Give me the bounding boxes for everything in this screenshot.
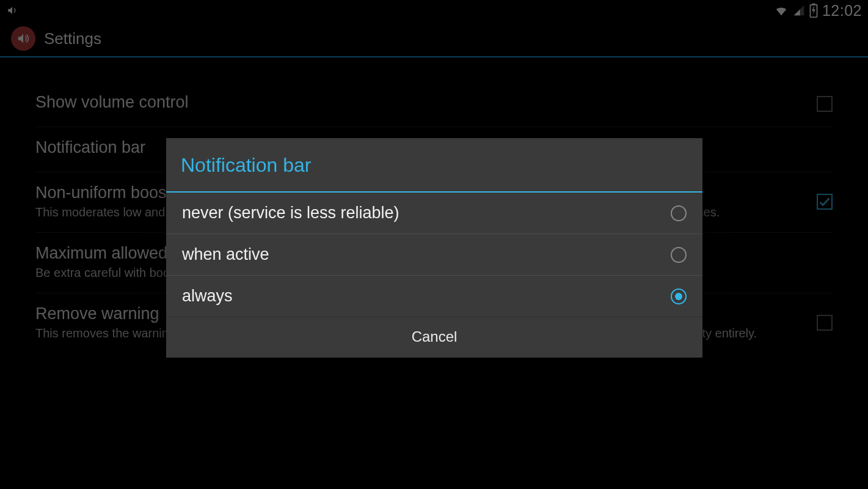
cancel-button[interactable]: Cancel [412,328,458,345]
dialog-title: Notification bar [166,138,702,193]
option-label: never (service is less reliable) [182,204,399,222]
radio[interactable] [671,205,687,221]
option-never[interactable]: never (service is less reliable) [166,193,702,234]
notification-bar-dialog: Notification bar never (service is less … [166,138,702,358]
radio[interactable] [671,247,687,263]
option-when-active[interactable]: when active [166,234,702,276]
option-label: always [182,287,233,306]
radio[interactable] [671,289,687,304]
option-label: when active [182,245,269,264]
option-always[interactable]: always [166,276,702,317]
